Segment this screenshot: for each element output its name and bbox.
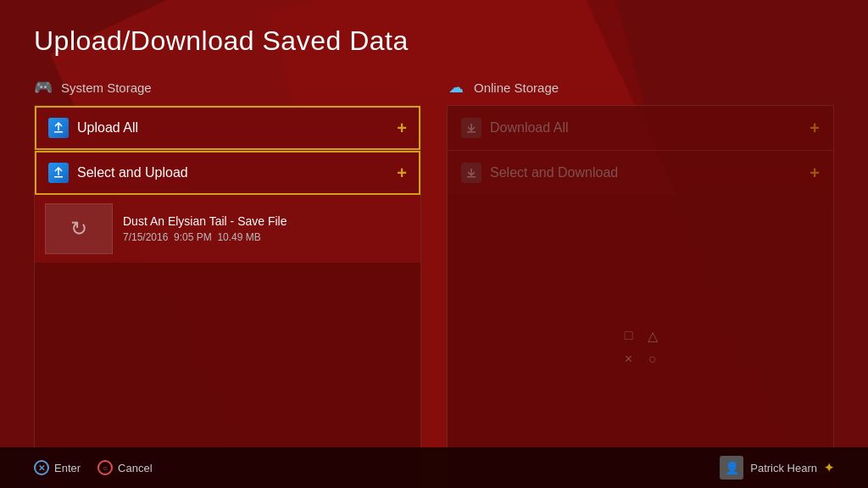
bottom-bar: ✕ Enter ○ Cancel 👤 Patrick Hearn ✦ [0,447,868,488]
online-storage-header: ☁ Online Storage [447,78,834,97]
page-title: Upload/Download Saved Data [34,25,834,57]
ps-symbols-decoration [620,326,662,369]
system-storage-label: System Storage [61,80,152,95]
online-storage-column: ☁ Online Storage Download All [447,78,834,488]
upload-all-label: Upload All [77,120,138,136]
user-avatar: 👤 [720,456,743,480]
save-file-thumbnail: ↻ [45,203,113,254]
select-upload-icon [48,163,69,183]
online-empty-area [448,195,833,488]
save-file-name: Dust An Elysian Tail - Save File [123,214,287,228]
user-name: Patrick Hearn [750,462,817,474]
download-all-label: Download All [490,120,569,136]
select-and-download-label: Select and Download [490,165,618,180]
system-storage-column: 🎮 System Storage Upload All [34,78,421,488]
circle-symbol [643,350,662,369]
download-all-plus-icon: + [810,119,820,138]
bottom-controls: ✕ Enter ○ Cancel [34,460,153,475]
online-storage-label: Online Storage [474,80,559,95]
select-download-plus-icon: + [810,164,820,183]
select-and-upload-label: Select and Upload [77,165,188,180]
svg-rect-2 [467,131,476,133]
cloud-icon: ☁ [447,78,465,97]
enter-label: Enter [54,462,81,474]
controller-icon: 🎮 [34,78,53,97]
upload-all-icon [48,118,69,138]
online-storage-panel: Download All + Select and Do [447,105,834,488]
square-symbol [620,326,638,345]
cross-symbol [620,350,638,369]
psplus-icon: ✦ [824,461,834,474]
select-download-icon [461,163,481,183]
select-and-upload-button[interactable]: Select and Upload + [35,151,420,195]
svg-rect-0 [54,131,63,133]
cancel-label: Cancel [118,462,152,474]
svg-rect-3 [467,176,476,178]
circle-button-icon: ○ [97,460,113,475]
save-file-entry[interactable]: ↻ Dust An Elysian Tail - Save File 7/15/… [35,195,420,263]
system-storage-panel: Upload All + Select and Uplo [34,105,421,488]
save-file-meta: 7/15/2016 9:05 PM 10.49 MB [123,231,287,243]
select-and-download-button[interactable]: Select and Download + [448,151,833,195]
svg-rect-1 [54,176,63,178]
download-all-icon [461,118,481,138]
cross-button-icon: ✕ [34,460,49,475]
enter-button[interactable]: ✕ Enter [34,460,81,475]
user-info: 👤 Patrick Hearn ✦ [720,456,834,480]
loading-icon: ↻ [70,217,87,241]
upload-all-button[interactable]: Upload All + [35,106,420,150]
upload-all-plus-icon: + [397,119,407,138]
triangle-symbol [643,326,662,345]
system-storage-header: 🎮 System Storage [34,78,421,97]
download-all-button[interactable]: Download All + [448,106,833,150]
main-columns: 🎮 System Storage Upload All [34,78,834,488]
cancel-button[interactable]: ○ Cancel [97,460,152,475]
select-upload-plus-icon: + [397,164,407,183]
